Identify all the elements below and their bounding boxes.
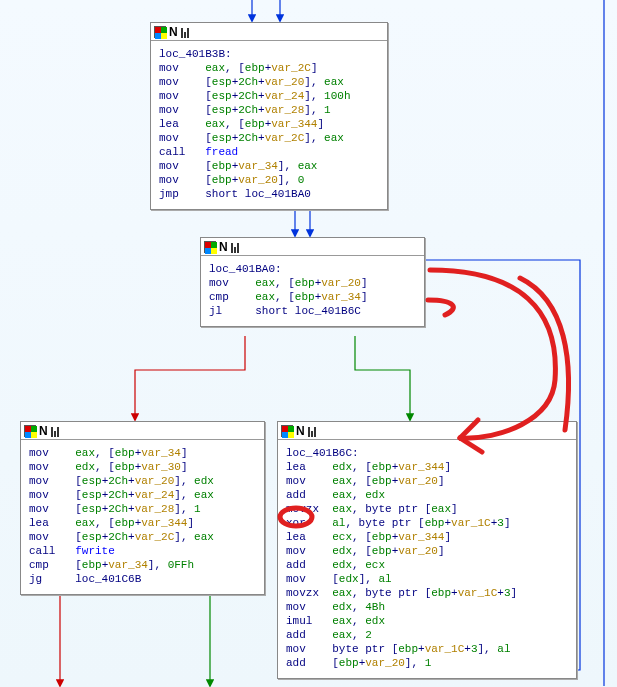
palette-icon [281,425,293,437]
node-loc-401B3B[interactable]: N loc_401B3B: mov eax, [ebp+var_2C] mov … [150,22,388,210]
disasm-body: loc_401B6C: lea edx, [ebp+var_344] mov e… [278,440,576,678]
disasm-body: mov eax, [ebp+var_34] mov edx, [ebp+var_… [21,440,264,594]
node-loc-401BA0[interactable]: N loc_401BA0: mov eax, [ebp+var_20] cmp … [200,237,425,327]
disasm-body: loc_401B3B: mov eax, [ebp+var_2C] mov [e… [151,41,387,209]
sort-icon [308,425,316,437]
node-titlebar: N [201,238,424,256]
node-type-label: N [169,25,178,39]
sort-icon [181,26,189,38]
palette-icon [204,241,216,253]
sort-icon [51,425,59,437]
node-titlebar: N [21,422,264,440]
node-type-label: N [296,424,305,438]
node-fwrite-block[interactable]: N mov eax, [ebp+var_34] mov edx, [ebp+va… [20,421,265,595]
disasm-body: loc_401BA0: mov eax, [ebp+var_20] cmp ea… [201,256,424,326]
node-titlebar: N [151,23,387,41]
sort-icon [231,241,239,253]
node-type-label: N [219,240,228,254]
node-loc-401B6C[interactable]: N loc_401B6C: lea edx, [ebp+var_344] mov… [277,421,577,679]
palette-icon [154,26,166,38]
node-titlebar: N [278,422,576,440]
palette-icon [24,425,36,437]
node-type-label: N [39,424,48,438]
